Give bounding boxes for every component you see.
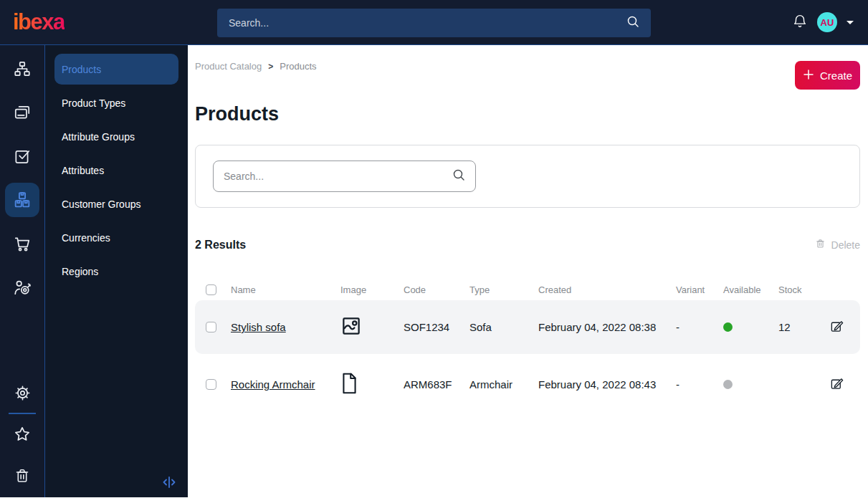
row-checkbox[interactable] <box>206 379 216 390</box>
cell-variant: - <box>676 321 723 333</box>
cell-type: Sofa <box>469 321 538 333</box>
content-area: Product Catalog > Products Create Produc… <box>188 45 868 497</box>
product-name-link[interactable]: Rocking Armchair <box>231 378 340 391</box>
col-created: Created <box>538 284 676 295</box>
col-stock: Stock <box>778 284 830 295</box>
row-checkbox[interactable] <box>206 322 216 332</box>
global-search[interactable] <box>217 9 651 37</box>
topbar-actions: AU <box>792 12 854 32</box>
trash-icon[interactable] <box>9 463 35 489</box>
plus-icon <box>803 69 814 82</box>
col-code: Code <box>404 284 469 295</box>
col-name: Name <box>231 284 340 295</box>
results-count: 2 Results <box>195 239 246 252</box>
trash-icon <box>815 238 826 252</box>
breadcrumb-product-catalog[interactable]: Product Catalog <box>195 61 262 72</box>
sidebar-item-currencies[interactable]: Currencies <box>54 222 178 253</box>
icon-rail <box>0 45 45 497</box>
product-search-box[interactable] <box>213 161 476 192</box>
sidebar-item-products[interactable]: Products <box>54 54 178 85</box>
col-variant: Variant <box>676 284 723 295</box>
col-type: Type <box>469 284 538 295</box>
cell-stock: 12 <box>778 321 830 333</box>
favorites-star-icon[interactable] <box>9 421 35 447</box>
availability-dot <box>723 322 733 332</box>
tasks-icon[interactable] <box>5 139 39 173</box>
topbar: ibexa AU <box>0 0 868 45</box>
table-row: Rocking Armchair ARM683F Armchair Februa… <box>195 358 860 411</box>
products-table: Name Image Code Type Created Variant Ava… <box>195 279 860 411</box>
sidebar-item-label: Currencies <box>62 232 110 244</box>
user-avatar[interactable]: AU <box>817 12 837 32</box>
availability-dot <box>723 380 733 389</box>
sidebar-item-attribute-groups[interactable]: Attribute Groups <box>54 121 178 152</box>
sidebar-item-label: Attributes <box>62 165 104 176</box>
cell-created: February 04, 2022 08:43 <box>538 378 676 391</box>
ibexa-logo[interactable]: ibexa <box>13 9 65 35</box>
sidebar-item-regions[interactable]: Regions <box>54 256 178 287</box>
search-icon[interactable] <box>626 15 639 31</box>
filter-card <box>195 145 860 208</box>
app-window: ibexa AU <box>0 0 868 498</box>
select-all-checkbox[interactable] <box>206 284 216 295</box>
settings-gear-icon[interactable] <box>9 380 35 406</box>
sidebar-item-attributes[interactable]: Attributes <box>54 155 178 186</box>
table-row: Stylish sofa SOF1234 Sofa February 04, 2… <box>195 300 860 354</box>
sidebar-item-label: Customer Groups <box>62 198 140 210</box>
cell-variant: - <box>676 378 723 391</box>
sidebar-item-label: Product Types <box>62 97 125 109</box>
product-search-input[interactable] <box>224 171 447 182</box>
product-catalog-icon[interactable] <box>5 183 39 217</box>
col-available: Available <box>723 284 778 295</box>
col-image: Image <box>340 284 404 295</box>
commerce-cart-icon[interactable] <box>5 226 39 261</box>
sidebar-item-label: Regions <box>62 266 98 277</box>
breadcrumb-separator: > <box>268 62 273 72</box>
rail-bottom-group <box>9 380 36 497</box>
pages-icon[interactable] <box>5 95 39 130</box>
file-icon <box>340 373 404 396</box>
results-bar: 2 Results Delete <box>195 238 860 252</box>
delete-button-label: Delete <box>831 239 860 251</box>
cell-code: ARM683F <box>404 378 469 391</box>
sidebar-menu: Products Product Types Attribute Groups … <box>45 45 188 497</box>
breadcrumb: Product Catalog > Products <box>195 61 860 72</box>
cell-created: February 04, 2022 08:38 <box>538 321 676 333</box>
sidebar-item-product-types[interactable]: Product Types <box>54 87 178 118</box>
table-header: Name Image Code Type Created Variant Ava… <box>195 279 860 300</box>
personalization-target-icon[interactable] <box>5 270 39 305</box>
collapse-panel-icon[interactable] <box>162 476 176 492</box>
product-name-link[interactable]: Stylish sofa <box>231 321 340 333</box>
notifications-bell-icon[interactable] <box>792 13 808 32</box>
rail-divider <box>9 413 36 414</box>
create-button[interactable]: Create <box>795 61 860 90</box>
page-title: Products <box>195 103 860 125</box>
cell-type: Armchair <box>469 378 538 391</box>
edit-button[interactable] <box>830 320 844 335</box>
photo-icon <box>340 315 404 339</box>
delete-button[interactable]: Delete <box>815 238 860 252</box>
breadcrumb-products[interactable]: Products <box>280 61 316 72</box>
content-tree-icon[interactable] <box>5 52 39 86</box>
sidebar-item-customer-groups[interactable]: Customer Groups <box>54 188 178 219</box>
cell-code: SOF1234 <box>404 321 469 333</box>
caret-down-icon[interactable] <box>846 21 854 24</box>
edit-button[interactable] <box>830 377 844 393</box>
search-icon[interactable] <box>452 168 465 184</box>
sidebar-item-label: Attribute Groups <box>62 131 135 143</box>
global-search-input[interactable] <box>229 17 626 29</box>
create-button-label: Create <box>820 70 852 82</box>
sidebar-item-label: Products <box>62 64 101 75</box>
